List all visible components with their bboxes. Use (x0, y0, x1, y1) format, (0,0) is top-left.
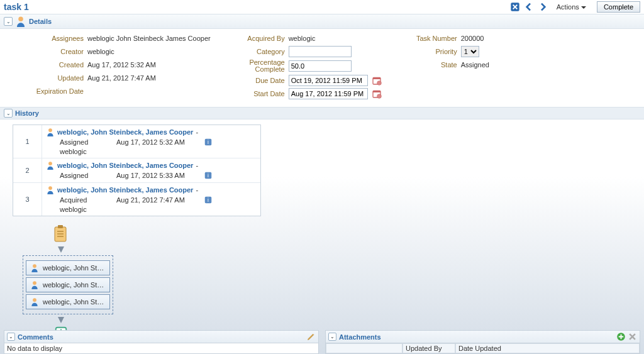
flow-node-label: weblogic, John Ste... (43, 281, 106, 289)
clipboard-icon (53, 225, 68, 243)
flow-area: weblogic, John Ste... weblogic, John Ste… (0, 221, 644, 345)
row-num: 1 (13, 125, 42, 158)
attachments-panel: ⌄ Attachments Updated By Date Updated (325, 330, 640, 354)
category-input[interactable] (289, 46, 352, 57)
comments-label: Comments (18, 333, 304, 341)
prev-arrow-icon[interactable] (523, 1, 535, 13)
details-body: Assigneesweblogic John Steinbeck James C… (0, 29, 644, 107)
person-icon (15, 16, 26, 27)
actions-label: Actions (557, 3, 579, 11)
details-disclosure-icon[interactable]: ⌄ (4, 17, 13, 26)
details-col-right: Task Number200000 Priority1 StateAssigne… (407, 33, 489, 99)
flow-node-label: weblogic, John Ste... (43, 298, 106, 306)
history-user: weblogic (46, 148, 257, 155)
attachments-col-updated-by: Updated By (402, 343, 455, 353)
pencil-icon[interactable] (306, 332, 316, 341)
comments-disclosure-icon[interactable]: ⌄ (7, 333, 15, 341)
info-icon[interactable] (204, 196, 213, 204)
history-title: weblogic, John Steinbeck, James Cooper (57, 186, 193, 194)
page-header: task 1 Actions Complete (0, 0, 644, 14)
person-icon (30, 297, 39, 306)
page-title: task 1 (4, 2, 509, 12)
task-number-value: 200000 (461, 35, 484, 42)
percentage-complete-label: Percentage Complete (236, 59, 285, 73)
history-user: weblogic (46, 206, 257, 213)
info-icon[interactable] (204, 171, 213, 180)
attachments-col-name (326, 343, 402, 353)
arrow-down-icon (58, 246, 64, 253)
person-icon (46, 161, 55, 170)
history-title: weblogic, John Steinbeck, James Cooper (57, 162, 193, 169)
comments-empty-text: No data to display (4, 343, 318, 353)
row-num: 3 (13, 183, 42, 216)
table-row: 2 weblogic, John Steinbeck, James Cooper… (13, 158, 260, 183)
assignees-label: Assignees (30, 35, 84, 42)
calendar-icon[interactable] (372, 89, 382, 99)
calendar-icon[interactable] (372, 75, 382, 86)
created-value: Aug 17, 2012 5:32 AM (87, 61, 156, 69)
close-icon[interactable] (509, 1, 521, 13)
updated-label: Updated (30, 74, 84, 82)
person-icon (46, 185, 55, 194)
category-label: Category (236, 48, 285, 55)
start-date-input[interactable] (289, 88, 368, 99)
state-value: Assigned (461, 61, 489, 69)
expiration-label: Expiration Date (30, 87, 84, 95)
table-row: 1 weblogic, John Steinbeck, James Cooper… (13, 125, 260, 158)
history-section-header: ⌄ History (0, 107, 644, 119)
start-date-label: Start Date (236, 90, 285, 97)
arrow-down-icon (58, 317, 64, 323)
history-date: Aug 17, 2012 5:33 AM (116, 172, 185, 179)
row-num: 2 (13, 158, 42, 182)
acquired-by-value: weblogic (289, 35, 316, 42)
flow-node-label: weblogic, John Ste... (43, 264, 106, 272)
history-disclosure-icon[interactable]: ⌄ (4, 109, 13, 118)
created-label: Created (30, 61, 84, 69)
flow-node[interactable]: weblogic, John Ste... (26, 260, 110, 275)
details-col-left: Assigneesweblogic John Steinbeck James C… (30, 33, 211, 99)
attachments-label: Attachments (339, 333, 614, 341)
person-icon (30, 280, 39, 289)
complete-button[interactable]: Complete (597, 1, 640, 13)
priority-select[interactable]: 1 (461, 46, 479, 57)
task-number-label: Task Number (407, 35, 457, 42)
attachments-col-date-updated: Date Updated (455, 343, 640, 353)
acquired-by-label: Acquired By (236, 35, 285, 42)
delete-disabled-icon (628, 332, 637, 341)
history-table: 1 weblogic, John Steinbeck, James Cooper… (13, 124, 261, 216)
priority-label: Priority (407, 48, 457, 55)
attachments-disclosure-icon[interactable]: ⌄ (328, 333, 336, 341)
comments-panel: ⌄ Comments No data to display (4, 330, 319, 354)
details-section-header: ⌄ Details (0, 14, 644, 29)
history-date: Aug 17, 2012 5:32 AM (116, 138, 185, 146)
info-icon[interactable] (204, 138, 213, 147)
person-icon (46, 128, 55, 136)
history-action: Acquired (60, 196, 97, 204)
history-label: History (15, 109, 640, 117)
next-arrow-icon[interactable] (537, 1, 548, 13)
updated-value: Aug 21, 2012 7:47 AM (87, 74, 156, 82)
history-date: Aug 21, 2012 7:47 AM (116, 196, 185, 204)
state-label: State (407, 61, 457, 69)
due-date-label: Due Date (236, 77, 285, 84)
due-date-input[interactable] (289, 75, 368, 86)
creator-value: weblogic (87, 48, 114, 55)
person-icon (30, 263, 39, 272)
flow-group: weblogic, John Ste... weblogic, John Ste… (23, 255, 113, 314)
add-icon[interactable] (616, 332, 626, 341)
flow-node[interactable]: weblogic, John Ste... (26, 277, 110, 292)
actions-menu[interactable]: Actions (551, 1, 592, 13)
history-action: Assigned (60, 172, 97, 179)
details-label: Details (29, 18, 640, 25)
history-title: weblogic, John Steinbeck, James Cooper (57, 128, 193, 136)
creator-label: Creator (30, 48, 84, 55)
history-action: Assigned (60, 138, 97, 146)
details-col-mid: Acquired Byweblogic Category Percentage … (236, 33, 382, 99)
percentage-complete-input[interactable] (289, 60, 352, 72)
assignees-value: weblogic John Steinbeck James Cooper (87, 35, 211, 42)
table-row: 3 weblogic, John Steinbeck, James Cooper… (13, 183, 260, 216)
flow-node[interactable]: weblogic, John Ste... (26, 294, 110, 309)
